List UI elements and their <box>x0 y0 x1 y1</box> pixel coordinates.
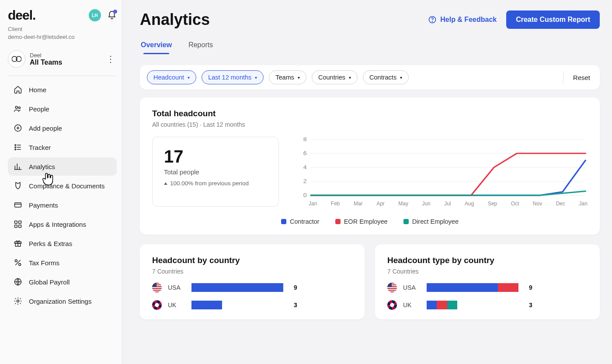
legend-label: Contractor <box>290 218 320 225</box>
filter-chip-label: Headcount <box>153 74 184 81</box>
x-axis-label: Nov <box>533 201 542 207</box>
main-content: Analytics Help & Feedback Create Custom … <box>122 0 612 364</box>
sidebar-item-label: Tracker <box>29 144 51 151</box>
org-logo-icon[interactable] <box>8 50 25 68</box>
notifications-icon[interactable] <box>107 10 117 20</box>
legend-swatch-icon <box>403 219 409 224</box>
filter-chip-teams[interactable]: Teams▾ <box>269 70 306 84</box>
country-row: UK 3 <box>387 300 588 310</box>
stat-delta: 100.00% from previous period <box>164 180 267 187</box>
sidebar-item-label: Compliance & Documents <box>29 182 104 190</box>
sidebar-item-orgsettings[interactable]: Organization Settings <box>8 292 117 310</box>
sidebar-item-label: Analytics <box>29 163 55 170</box>
sidebar-item-perks[interactable]: Perks & Extras <box>8 234 117 253</box>
legend-label: Direct Employee <box>412 218 459 225</box>
card-title: Headcount type by country <box>387 256 588 265</box>
svg-point-5 <box>15 149 16 150</box>
payments-icon <box>13 200 23 210</box>
tracker-icon <box>13 142 23 152</box>
sidebar-item-gpayroll[interactable]: Global Payroll <box>8 273 117 291</box>
sidebar-item-label: Tax Forms <box>29 259 59 267</box>
card-subtitle: All countries (15) · Last 12 months <box>152 121 588 128</box>
people-icon <box>13 104 23 114</box>
avatar[interactable]: LH <box>89 9 101 21</box>
total-headcount-card: Total headcount All countries (15) · Las… <box>140 97 600 235</box>
bar-segment <box>427 301 437 309</box>
divider <box>8 76 117 76</box>
tab-reports[interactable]: Reports <box>188 37 214 57</box>
card-subtitle: 7 Countries <box>152 268 352 275</box>
x-axis-label: Jul <box>444 201 451 207</box>
sidebar-item-compliance[interactable]: Compliance & Documents <box>8 177 117 195</box>
svg-text:6: 6 <box>303 150 307 156</box>
compliance-icon <box>13 181 23 191</box>
svg-point-16 <box>17 300 19 302</box>
add-people-icon <box>13 123 23 133</box>
chevron-down-icon: ▾ <box>255 75 257 80</box>
org-name: Deel <box>30 52 62 59</box>
card-title: Total headcount <box>152 109 588 118</box>
team-name: All Teams <box>30 59 62 66</box>
filter-chip-headcount[interactable]: Headcount▾ <box>147 70 196 84</box>
tabs: OverviewReports <box>140 37 600 57</box>
filter-chip-label: Countries <box>318 74 345 81</box>
arrow-up-icon <box>164 182 167 185</box>
legend-swatch-icon <box>335 219 341 224</box>
sidebar-item-tracker[interactable]: Tracker <box>8 138 117 156</box>
x-axis-label: Jan <box>579 201 587 207</box>
help-feedback-link[interactable]: Help & Feedback <box>428 15 497 24</box>
country-row: USA 9 <box>152 283 352 292</box>
bar-track <box>191 301 283 309</box>
svg-point-13 <box>15 260 17 262</box>
svg-point-4 <box>15 147 16 148</box>
reset-filters-button[interactable]: Reset <box>563 71 593 84</box>
filter-chip-months[interactable]: Last 12 months▾ <box>202 70 264 84</box>
client-email: demo-deel-hr@letsdeel.co <box>8 33 117 41</box>
svg-point-14 <box>19 263 21 266</box>
country-row: USA 9 <box>387 283 588 292</box>
perks-icon <box>13 239 23 248</box>
svg-point-3 <box>15 145 16 146</box>
filter-chip-countries[interactable]: Countries▾ <box>312 70 358 84</box>
bar-track <box>191 283 283 292</box>
legend-item: EOR Employee <box>335 218 388 225</box>
legend-swatch-icon <box>281 219 286 224</box>
svg-point-1 <box>18 107 20 109</box>
legend-item: Direct Employee <box>403 218 459 225</box>
country-name: USA <box>168 284 185 291</box>
orgsettings-icon <box>13 296 23 306</box>
tax-icon <box>13 258 23 267</box>
bar-track <box>427 283 518 292</box>
chevron-down-icon: ▾ <box>188 75 190 80</box>
svg-text:2: 2 <box>303 178 307 184</box>
filter-chip-label: Teams <box>275 74 294 81</box>
sidebar-item-analytics[interactable]: Analytics <box>8 157 117 176</box>
create-custom-report-button[interactable]: Create Custom Report <box>506 10 600 29</box>
svg-rect-10 <box>19 225 21 228</box>
sidebar-item-people[interactable]: People <box>8 100 117 118</box>
gpayroll-icon <box>13 277 23 287</box>
apps-icon <box>13 219 23 229</box>
x-axis-label: Jun <box>422 201 430 207</box>
country-name: USA <box>403 284 421 291</box>
sidebar-item-label: Perks & Extras <box>29 240 72 247</box>
sidebar-item-tax[interactable]: Tax Forms <box>8 253 117 272</box>
sidebar-nav: HomePeopleAdd peopleTrackerAnalyticsComp… <box>8 80 117 310</box>
country-value: 9 <box>294 284 297 291</box>
org-menu-button[interactable]: ⋮ <box>104 52 117 66</box>
tab-overview[interactable]: Overview <box>140 37 173 57</box>
x-axis-label: Mar <box>354 201 363 207</box>
sidebar-item-payments[interactable]: Payments <box>8 196 117 214</box>
headcount-chart: 02468 JanFebMarAprMayJunJulAugSepOctNovD… <box>296 137 588 207</box>
total-people-stat: 17 Total people 100.00% from previous pe… <box>152 137 279 207</box>
sidebar-item-apps[interactable]: Apps & Integrations <box>8 215 117 233</box>
bar-segment <box>447 301 457 309</box>
filter-chip-label: Last 12 months <box>208 74 251 81</box>
svg-point-0 <box>15 106 17 108</box>
x-axis-label: Feb <box>331 201 340 207</box>
sidebar-item-add-people[interactable]: Add people <box>8 119 117 137</box>
filter-chip-contracts[interactable]: Contracts▾ <box>363 70 409 84</box>
x-axis-label: Sep <box>488 201 497 207</box>
page-title: Analytics <box>140 10 210 29</box>
sidebar-item-home[interactable]: Home <box>8 80 117 99</box>
